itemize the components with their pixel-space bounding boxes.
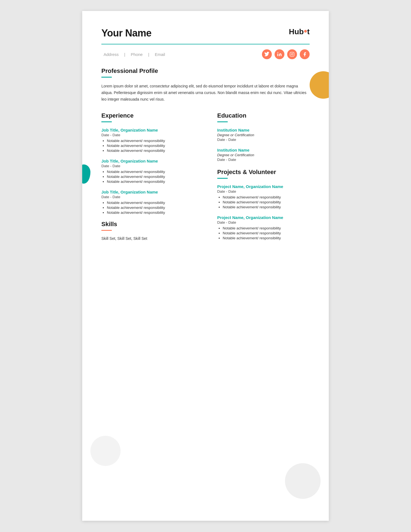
exp-1-item-3: Notable achievement/ responsibility <box>107 149 204 153</box>
experience-entry-2: Job Title, Organization Name Date - Date… <box>101 159 204 184</box>
skills-section: Skills Skill Set, Skill Set, Skill Set <box>101 221 204 241</box>
proj-1-item-3: Notable achievement/ responsibility <box>223 205 310 209</box>
exp-1-date: Date - Date <box>101 133 204 137</box>
skills-underline <box>101 230 112 231</box>
svg-rect-1 <box>290 52 294 56</box>
proj-1-item-2: Notable achievement/ responsibility <box>223 200 310 204</box>
proj-2-date: Date - Date <box>217 220 310 224</box>
contact-address: Address <box>104 52 119 57</box>
proj-2-item-1: Notable achievement/ responsibility <box>223 226 310 230</box>
profile-title: Professional Profile <box>101 67 310 75</box>
proj-1-title: Project Name, Organization Name <box>217 184 310 189</box>
exp-1-item-2: Notable achievement/ responsibility <box>107 144 204 148</box>
exp-2-item-2: Notable achievement/ responsibility <box>107 175 204 179</box>
left-column: Experience Job Title, Organization Name … <box>101 112 204 246</box>
hubspot-dot <box>304 30 307 33</box>
edu-1-degree: Degree or Certification <box>217 133 310 137</box>
exp-2-list: Notable achievement/ responsibility Nota… <box>101 170 204 184</box>
social-icons-row <box>262 49 310 59</box>
two-col-layout: Experience Job Title, Organization Name … <box>101 112 310 246</box>
separator-1: | <box>124 52 125 57</box>
skills-title: Skills <box>101 221 204 228</box>
education-title: Education <box>217 112 310 119</box>
education-underline <box>217 121 228 122</box>
project-entry-1: Project Name, Organization Name Date - D… <box>217 184 310 209</box>
exp-1-list: Notable achievement/ responsibility Nota… <box>101 139 204 153</box>
edu-1-institution: Institution Name <box>217 128 310 132</box>
resume-page: Your Name Hubt Address | Phone | Email <box>82 11 329 521</box>
edu-1-date: Date - Date <box>217 138 310 142</box>
proj-2-title: Project Name, Organization Name <box>217 215 310 220</box>
proj-1-item-1: Notable achievement/ responsibility <box>223 195 310 199</box>
deco-blob-gray-bottom <box>285 463 321 499</box>
experience-entry-1: Job Title, Organization Name Date - Date… <box>101 128 204 153</box>
exp-3-date: Date - Date <box>101 195 204 199</box>
resume-name: Your Name <box>101 27 152 39</box>
proj-2-list: Notable achievement/ responsibility Nota… <box>217 226 310 240</box>
contact-info: Address | Phone | Email <box>101 52 167 57</box>
hubspot-logo: Hubt <box>289 27 310 36</box>
proj-2-item-2: Notable achievement/ responsibility <box>223 231 310 235</box>
contact-phone: Phone <box>131 52 142 57</box>
contact-email: Email <box>155 52 165 57</box>
linkedin-icon[interactable] <box>275 49 284 59</box>
instagram-icon[interactable] <box>287 49 297 59</box>
deco-blob-gray-left <box>90 436 121 466</box>
svg-point-0 <box>278 52 278 53</box>
project-entry-2: Project Name, Organization Name Date - D… <box>217 215 310 240</box>
projects-underline <box>217 178 228 179</box>
exp-3-item-3: Notable achievement/ responsibility <box>107 210 204 215</box>
twitter-icon[interactable] <box>262 49 272 59</box>
experience-entry-3: Job Title, Organization Name Date - Date… <box>101 190 204 215</box>
header-divider <box>101 44 310 44</box>
proj-1-date: Date - Date <box>217 189 310 194</box>
exp-3-list: Notable achievement/ responsibility Nota… <box>101 201 204 215</box>
projects-section: Projects & Volunteer Project Name, Organ… <box>217 169 310 240</box>
exp-1-title: Job Title, Organization Name <box>101 128 204 132</box>
header: Your Name Hubt <box>101 27 310 39</box>
projects-title: Projects & Volunteer <box>217 169 310 176</box>
hubspot-text-1: Hub <box>289 27 304 36</box>
exp-3-title: Job Title, Organization Name <box>101 190 204 194</box>
edu-2-date: Date - Date <box>217 158 310 162</box>
experience-underline <box>101 121 112 122</box>
right-column: Education Institution Name Degree or Cer… <box>217 112 310 246</box>
experience-section: Experience Job Title, Organization Name … <box>101 112 204 215</box>
deco-circle-gold <box>310 71 329 99</box>
exp-3-item-1: Notable achievement/ responsibility <box>107 201 204 205</box>
profile-underline <box>101 77 112 78</box>
exp-2-title: Job Title, Organization Name <box>101 159 204 163</box>
experience-title: Experience <box>101 112 204 119</box>
education-entry-1: Institution Name Degree or Certification… <box>217 128 310 142</box>
facebook-icon[interactable] <box>300 49 310 59</box>
edu-2-degree: Degree or Certification <box>217 153 310 157</box>
exp-2-item-3: Notable achievement/ responsibility <box>107 180 204 184</box>
deco-blob-teal <box>82 164 90 184</box>
education-entry-2: Institution Name Degree or Certification… <box>217 148 310 162</box>
profile-body: Lorem ipsum dolor sit amet, consectetur … <box>101 83 310 103</box>
skills-text: Skill Set, Skill Set, Skill Set <box>101 236 204 241</box>
separator-2: | <box>148 52 149 57</box>
contact-row: Address | Phone | Email <box>101 49 310 59</box>
proj-2-item-3: Notable achievement/ responsibility <box>223 236 310 240</box>
exp-2-item-1: Notable achievement/ responsibility <box>107 170 204 174</box>
profile-section: Professional Profile Lorem ipsum dolor s… <box>101 67 310 103</box>
exp-1-item-1: Notable achievement/ responsibility <box>107 139 204 143</box>
exp-2-date: Date - Date <box>101 164 204 168</box>
education-section: Education Institution Name Degree or Cer… <box>217 112 310 162</box>
proj-1-list: Notable achievement/ responsibility Nota… <box>217 195 310 209</box>
edu-2-institution: Institution Name <box>217 148 310 152</box>
hubspot-text-2: t <box>307 27 310 36</box>
exp-3-item-2: Notable achievement/ responsibility <box>107 206 204 210</box>
